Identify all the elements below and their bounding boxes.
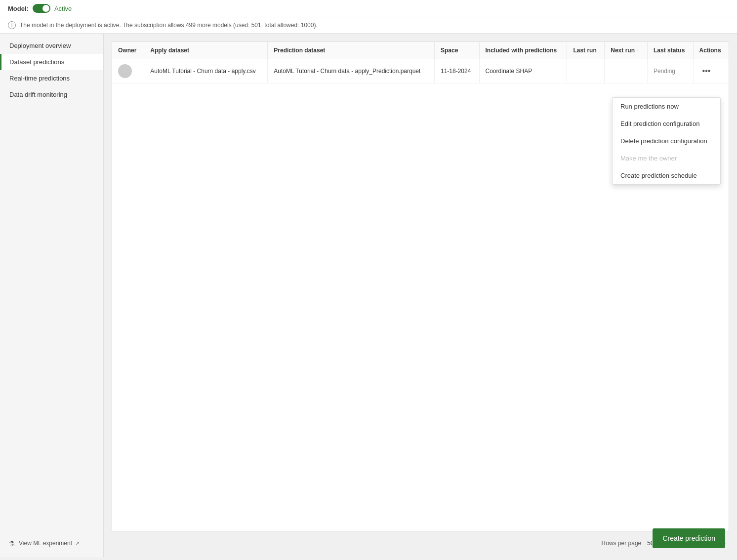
- status-badge: Pending: [654, 68, 675, 75]
- dropdown-delete-prediction-configuration[interactable]: Delete prediction configuration: [613, 132, 720, 150]
- info-message: The model in the deployment is active. T…: [20, 22, 318, 29]
- dropdown-edit-prediction-configuration[interactable]: Edit prediction configuration: [613, 115, 720, 132]
- row-next-run: [605, 59, 648, 83]
- dropdown-menu: Run predictions now Edit prediction conf…: [612, 97, 721, 185]
- table-container: Owner Apply dataset Prediction dataset S…: [112, 41, 729, 531]
- dropdown-run-predictions-now[interactable]: Run predictions now: [613, 98, 720, 115]
- table-row: AutoML Tutorial - Churn data - apply.csv…: [112, 59, 729, 83]
- actions-button[interactable]: •••: [699, 66, 714, 77]
- bottom-bar: Rows per page 50 25 100 1–1 of 1 ‹ ›: [112, 531, 729, 549]
- sidebar-item-data-drift-monitoring[interactable]: Data drift monitoring: [0, 86, 103, 103]
- col-last-status: Last status: [647, 42, 693, 59]
- row-included-with-predictions: Coordinate SHAP: [479, 59, 567, 83]
- col-actions: Actions: [693, 42, 729, 59]
- predictions-table: Owner Apply dataset Prediction dataset S…: [112, 42, 729, 83]
- next-run-sort-icon: ↑: [637, 48, 639, 53]
- col-apply-dataset: Apply dataset: [144, 42, 268, 59]
- sidebar: Deployment overview Dataset predictions …: [0, 34, 104, 557]
- row-last-status: Pending: [647, 59, 693, 83]
- model-label: Model:: [8, 5, 29, 12]
- rows-per-page-label: Rows per page: [602, 540, 642, 547]
- row-space: 11-18-2024: [434, 59, 479, 83]
- owner-avatar: [118, 64, 132, 78]
- sidebar-item-realtime-predictions[interactable]: Real-time predictions: [0, 70, 103, 86]
- model-toggle[interactable]: [33, 4, 50, 13]
- row-apply-dataset: AutoML Tutorial - Churn data - apply.csv: [144, 59, 268, 83]
- view-ml-experiment-label: View ML experiment: [19, 540, 72, 547]
- info-icon: i: [8, 21, 16, 29]
- row-last-run: [567, 59, 605, 83]
- col-next-run: Next run↑: [605, 42, 648, 59]
- row-owner: [112, 59, 144, 83]
- dropdown-make-me-owner: Make me the owner: [613, 150, 720, 167]
- create-prediction-button[interactable]: Create prediction: [653, 528, 725, 548]
- external-link-icon: ↗: [75, 540, 80, 547]
- active-status: Active: [54, 5, 72, 12]
- sidebar-item-dataset-predictions[interactable]: Dataset predictions: [0, 54, 103, 70]
- table-header-row: Owner Apply dataset Prediction dataset S…: [112, 42, 729, 59]
- experiment-icon: ⚗: [8, 539, 16, 547]
- row-prediction-dataset: AutoML Tutorial - Churn data - apply_Pre…: [268, 59, 435, 83]
- top-bar: Model: Active: [0, 0, 737, 17]
- col-prediction-dataset: Prediction dataset: [268, 42, 435, 59]
- sidebar-item-deployment-overview[interactable]: Deployment overview: [0, 38, 103, 54]
- row-actions[interactable]: •••: [693, 59, 729, 83]
- view-ml-experiment-link[interactable]: ⚗ View ML experiment ↗: [0, 533, 103, 553]
- col-included-with-predictions: Included with predictions: [479, 42, 567, 59]
- info-bar: i The model in the deployment is active.…: [0, 17, 737, 34]
- col-owner: Owner: [112, 42, 144, 59]
- dropdown-create-prediction-schedule[interactable]: Create prediction schedule: [613, 167, 720, 184]
- content-area: Owner Apply dataset Prediction dataset S…: [104, 34, 737, 557]
- col-space: Space: [434, 42, 479, 59]
- sidebar-nav: Deployment overview Dataset predictions …: [0, 38, 103, 103]
- main-layout: Deployment overview Dataset predictions …: [0, 34, 737, 557]
- col-last-run: Last run: [567, 42, 605, 59]
